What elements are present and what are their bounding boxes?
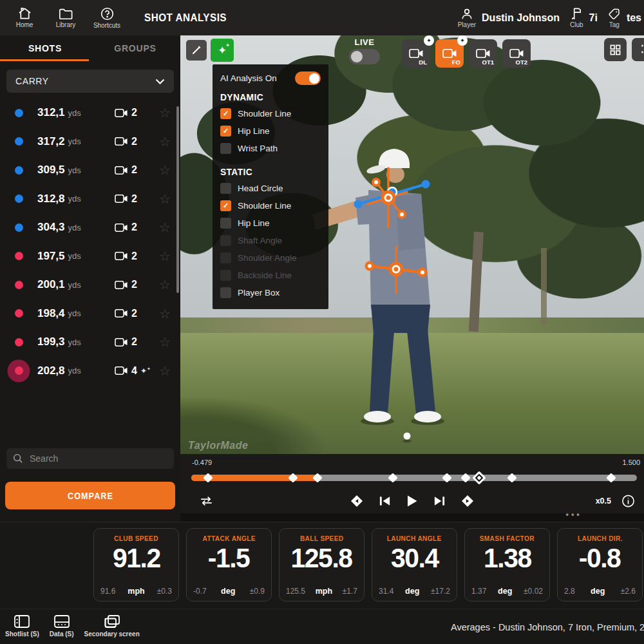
shot-list-item[interactable]: 202,8 yds 4 ✦✦ ☆ <box>0 357 180 386</box>
ai-analysis-toggle[interactable] <box>295 71 321 85</box>
shortcuts-button[interactable]: Shortcuts <box>86 7 128 29</box>
shot-list-item[interactable]: 312,8 yds 2 ✦✦ ☆ <box>0 185 180 214</box>
camera-icon <box>115 194 128 204</box>
timeline-frame-marker[interactable] <box>442 473 452 483</box>
camera-icon <box>442 48 457 59</box>
shot-carry-value: 312,8 <box>37 193 65 205</box>
star-icon[interactable]: ☆ <box>159 365 171 377</box>
timeline-frame-marker[interactable] <box>388 473 398 483</box>
tab-groups[interactable]: GROUPS <box>90 35 180 61</box>
overlay-option-checkbox[interactable]: Shaft Angle <box>220 232 321 249</box>
shot-carry-value: 200,1 <box>37 278 65 291</box>
shots-sidebar: SHOTS GROUPS CARRY 312,1 yds 2 ✦✦ ☆ 317,… <box>0 35 180 522</box>
shot-list-item[interactable]: 312,1 yds 2 ✦✦ ☆ <box>0 99 180 128</box>
step-back-button[interactable] <box>379 495 391 507</box>
star-icon[interactable]: ☆ <box>159 278 171 291</box>
overlay-option-checkbox[interactable]: Wrist Path <box>220 140 321 157</box>
star-icon[interactable]: ☆ <box>159 221 171 234</box>
camera-icon <box>115 166 128 175</box>
star-icon[interactable]: ☆ <box>159 193 171 205</box>
timeline-frame-marker[interactable] <box>507 473 517 483</box>
secondary-screen-button[interactable]: Secondary screen <box>84 614 140 638</box>
metric-average: 2.8 <box>564 587 575 596</box>
star-icon[interactable]: ☆ <box>159 250 171 263</box>
video-viewport[interactable]: TaylorMade ✦✦ LIVE DL ✦ FO ✦ OT1 ✦ OT2 ✦… <box>180 35 644 454</box>
prev-marker-button[interactable] <box>350 495 363 507</box>
overlay-option-checkbox[interactable]: Hip Line <box>220 214 321 232</box>
camera-view-button[interactable]: OT1 ✦ <box>469 39 497 68</box>
draw-tool-button[interactable] <box>186 40 207 61</box>
live-toggle[interactable] <box>349 49 380 64</box>
shot-carry-value: 199,3 <box>37 336 65 348</box>
timeline-frame-marker[interactable] <box>460 473 471 483</box>
camera-view-button[interactable]: FO ✦ <box>435 39 464 68</box>
search-icon <box>13 453 23 464</box>
play-button[interactable] <box>406 495 418 507</box>
active-tab-underline <box>0 59 89 61</box>
loop-button[interactable] <box>200 495 213 506</box>
star-icon[interactable]: ☆ <box>159 106 171 119</box>
shot-list-item[interactable]: 199,3 yds 2 ✦✦ ☆ <box>0 328 180 357</box>
camera-count: 2 ✦✦ <box>115 164 137 176</box>
next-marker-button[interactable] <box>461 495 474 507</box>
overlay-option-checkbox[interactable]: Head Circle <box>220 180 321 197</box>
checkbox-icon <box>220 235 231 246</box>
camera-view-button[interactable]: OT2 ✦ <box>502 39 531 68</box>
tag-selector[interactable]: Tag tes <box>608 8 641 28</box>
camera-view-button[interactable]: DL ✦ <box>402 39 430 68</box>
player-selector[interactable]: Player Dustin Johnson <box>458 8 560 28</box>
next-marker-icon <box>461 495 474 507</box>
more-options-button[interactable]: ⁚ <box>632 38 644 61</box>
shot-list-item[interactable]: 197,5 yds 2 ✦✦ ☆ <box>0 242 180 271</box>
step-forward-button[interactable] <box>433 495 446 507</box>
data-toggle-button[interactable]: Data (S) <box>50 614 74 638</box>
shot-carry-unit: yds <box>68 194 81 204</box>
shot-color-dot <box>0 281 37 289</box>
metric-label: LAUNCH DIR. <box>578 535 623 542</box>
overlay-option-checkbox[interactable]: Hip Line <box>220 122 321 140</box>
timeline-track[interactable] <box>191 475 637 481</box>
panel-drag-handle[interactable]: ●●● <box>565 511 582 518</box>
timeline-frame-marker[interactable] <box>312 473 323 483</box>
timeline-frame-marker[interactable] <box>472 471 486 484</box>
star-icon[interactable]: ☆ <box>159 135 171 148</box>
compare-button[interactable]: COMPARE <box>5 482 175 509</box>
camera-icon <box>509 48 524 59</box>
playback-speed[interactable]: x0.5 <box>596 497 611 506</box>
video-timeline: -0.479 1.500 <box>180 454 644 488</box>
shot-list-item[interactable]: 200,1 yds 2 ✦✦ ☆ <box>0 270 180 299</box>
shot-carry-unit: yds <box>68 337 81 347</box>
metric-unit: mph <box>316 587 332 596</box>
home-button[interactable]: Home <box>4 7 45 28</box>
star-icon[interactable]: ☆ <box>159 164 171 176</box>
overlay-option-checkbox[interactable]: Shoulder Line <box>220 105 321 122</box>
timeline-frame-marker[interactable] <box>606 473 616 483</box>
tab-shots[interactable]: SHOTS <box>0 35 90 61</box>
overlay-option-checkbox[interactable]: Backside Line <box>220 267 321 284</box>
overlay-option-checkbox[interactable]: Player Box <box>220 284 321 301</box>
club-selector[interactable]: Club 7i <box>570 7 598 28</box>
secondary-screen-icon <box>104 614 120 629</box>
star-icon[interactable]: ☆ <box>159 336 171 348</box>
metric-deviation: ±1.7 <box>343 587 357 596</box>
timeline-frame-marker[interactable] <box>288 473 298 483</box>
library-button[interactable]: Library <box>45 8 86 28</box>
shot-list-item[interactable]: 317,2 yds 2 ✦✦ ☆ <box>0 128 180 156</box>
info-button[interactable] <box>621 494 635 507</box>
timeline-frame-marker[interactable] <box>204 473 214 483</box>
shot-list-item[interactable]: 309,5 yds 2 ✦✦ ☆ <box>0 156 180 185</box>
shot-list-item[interactable]: 198,4 yds 2 ✦✦ ☆ <box>0 299 180 328</box>
overlay-option-checkbox[interactable]: Shoulder Line <box>220 197 321 214</box>
overlay-option-checkbox[interactable]: Shoulder Angle <box>220 249 321 267</box>
shotlist-toggle-button[interactable]: Shotlist (S) <box>5 614 39 638</box>
carry-filter-dropdown[interactable]: CARRY <box>6 70 174 93</box>
shot-list-scrollbar[interactable] <box>176 106 179 293</box>
search-input[interactable] <box>28 453 167 464</box>
ai-analysis-button[interactable]: ✦✦ <box>211 39 234 62</box>
star-icon[interactable]: ☆ <box>159 307 171 320</box>
step-forward-icon <box>433 495 446 507</box>
layout-grid-button[interactable] <box>604 38 627 61</box>
shot-list-item[interactable]: 304,3 yds 2 ✦✦ ☆ <box>0 213 180 242</box>
metric-average: 31.4 <box>379 587 393 596</box>
chevron-down-icon <box>155 79 165 84</box>
